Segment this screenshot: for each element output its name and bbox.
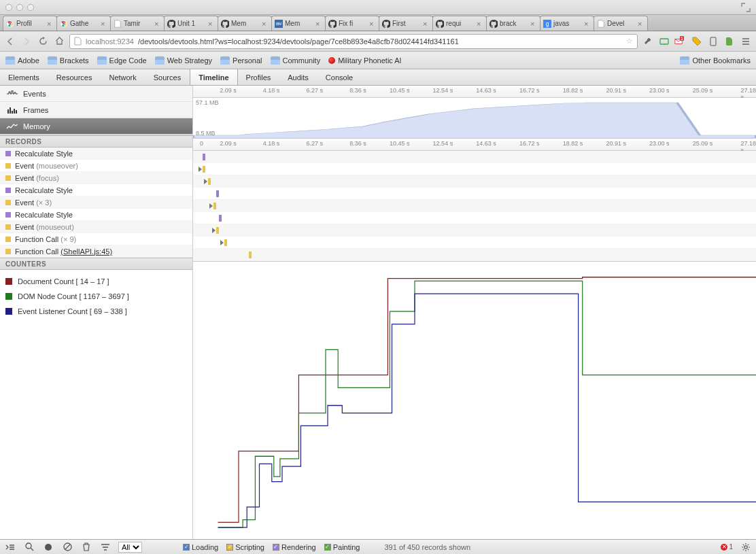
record-row[interactable]: Function Call (× 9)	[0, 233, 192, 245]
record-row[interactable]: Event (mouseout)	[0, 221, 192, 233]
traffic-light-zoom[interactable]	[27, 4, 34, 11]
browser-tab[interactable]: Unit 1×	[164, 16, 218, 31]
expand-triangle-icon[interactable]	[220, 240, 224, 245]
devtools-tab-resources[interactable]: Resources	[48, 69, 101, 85]
record-row[interactable]: Event (mouseover)	[0, 160, 192, 172]
browser-tab[interactable]: Fix fi×	[325, 16, 379, 31]
flame-mark[interactable]	[208, 178, 211, 185]
counter-row[interactable]: Document Count [ 14 – 17 ]	[5, 274, 187, 289]
tab-close-icon[interactable]: ×	[584, 20, 591, 28]
flame-mark[interactable]	[216, 227, 219, 234]
ext-wrench-icon[interactable]	[642, 35, 654, 48]
expand-triangle-icon[interactable]	[212, 228, 216, 233]
flame-mark[interactable]	[224, 239, 227, 246]
ext-tag-icon[interactable]	[691, 35, 703, 48]
tab-close-icon[interactable]: ×	[477, 20, 483, 28]
flame-ruler[interactable]: 02.09 s4.18 s6.27 s8.36 s10.45 s12.54 s1…	[193, 139, 756, 151]
devtools-tab-console[interactable]: Console	[317, 69, 362, 85]
tab-close-icon[interactable]: ×	[154, 20, 161, 28]
tab-close-icon[interactable]: ×	[638, 20, 645, 28]
flame-mark[interactable]	[219, 215, 222, 222]
bookmark-folder[interactable]: Community	[271, 56, 321, 65]
settings-gear-icon[interactable]	[740, 541, 752, 553]
bookmark-folder[interactable]: Edge Code	[97, 56, 147, 65]
expand-triangle-icon[interactable]	[199, 167, 202, 172]
record-row[interactable]: Function Call (ShellAPI.js:45)	[0, 245, 192, 258]
expand-triangle-icon[interactable]	[204, 179, 207, 184]
flame-mark[interactable]	[203, 166, 205, 173]
filter-select[interactable]: All	[118, 542, 142, 553]
error-badge[interactable]: ✕1	[721, 543, 733, 551]
other-bookmarks[interactable]: Other Bookmarks	[680, 56, 751, 65]
devtools-tab-sources[interactable]: Sources	[145, 69, 190, 85]
devtools-tab-audits[interactable]: Audits	[279, 69, 317, 85]
records-list[interactable]: Recalculate StyleEvent (mouseover)Event …	[0, 148, 192, 258]
home-button[interactable]	[53, 35, 65, 48]
browser-tab[interactable]: IBMMem×	[271, 16, 326, 31]
tab-close-icon[interactable]: ×	[369, 20, 376, 28]
tab-close-icon[interactable]: ×	[208, 20, 215, 28]
counter-row[interactable]: DOM Node Count [ 1167 – 3697 ]	[5, 289, 187, 304]
traffic-light-min[interactable]	[16, 4, 23, 11]
browser-tab[interactable]: First×	[379, 16, 433, 31]
tab-close-icon[interactable]: ×	[315, 20, 322, 28]
browser-tab[interactable]: Gathe×	[56, 16, 111, 31]
legend-scripting[interactable]: ✓Scripting	[226, 543, 264, 551]
forward-button[interactable]	[20, 35, 33, 48]
tab-close-icon[interactable]: ×	[101, 20, 107, 28]
bookmark-folder[interactable]: Brackets	[48, 56, 89, 65]
browser-tab[interactable]: requi×	[432, 16, 487, 31]
devtools-tab-timeline[interactable]: Timeline	[190, 69, 237, 85]
legend-painting[interactable]: ✓Painting	[324, 543, 360, 551]
tab-close-icon[interactable]: ×	[530, 20, 537, 28]
tab-close-icon[interactable]: ×	[47, 20, 54, 28]
memory-overview[interactable]: 57.1 MB 8.5 MB	[193, 98, 756, 139]
bookmark-folder[interactable]: Adobe	[5, 56, 39, 65]
devtools-tab-profiles[interactable]: Profiles	[238, 69, 280, 85]
ext-gmail-icon[interactable]: 1	[674, 35, 687, 48]
record-row[interactable]: Recalculate Style	[0, 209, 192, 221]
browser-tab[interactable]: Tamir×	[110, 16, 165, 31]
flame-mark[interactable]	[249, 252, 252, 258]
gc-icon[interactable]	[80, 541, 92, 553]
ext-drive-icon[interactable]	[658, 35, 670, 48]
flame-area[interactable]	[193, 151, 756, 261]
bookmark-item[interactable]: Military Phonetic Al	[328, 56, 401, 65]
reload-button[interactable]	[37, 35, 49, 48]
flame-mark[interactable]	[213, 203, 216, 209]
bookmark-folder[interactable]: Web Strategy	[155, 56, 212, 65]
view-tab-frames[interactable]: Frames	[0, 102, 192, 118]
counter-row[interactable]: Event Listener Count [ 69 – 338 ]	[5, 304, 187, 319]
drawer-toggle-icon[interactable]	[4, 541, 16, 553]
browser-tab[interactable]: gjavas×	[540, 16, 594, 31]
ext-evernote-icon[interactable]	[723, 35, 736, 48]
record-row[interactable]: Event (× 3)	[0, 196, 192, 209]
legend-rendering[interactable]: ✓Rendering	[273, 543, 316, 551]
menu-icon[interactable]	[740, 35, 752, 48]
tab-close-icon[interactable]: ×	[262, 20, 269, 28]
browser-tab[interactable]: Mem×	[218, 16, 272, 31]
bookmark-star-icon[interactable]: ☆	[626, 37, 633, 46]
record-row[interactable]: Recalculate Style	[0, 148, 192, 160]
devtools-tab-network[interactable]: Network	[101, 69, 145, 85]
view-tab-events[interactable]: Events	[0, 86, 192, 102]
expand-triangle-icon[interactable]	[209, 203, 213, 209]
flame-mark[interactable]	[203, 154, 205, 160]
devtools-tab-elements[interactable]: Elements	[0, 69, 48, 85]
browser-tab[interactable]: Devel×	[594, 16, 648, 31]
legend-loading[interactable]: ✓Loading	[183, 543, 218, 551]
tab-close-icon[interactable]: ×	[423, 20, 430, 28]
overview-ruler[interactable]: 2.09 s4.18 s6.27 s8.36 s10.45 s12.54 s14…	[193, 86, 756, 98]
browser-tab[interactable]: Profil×	[3, 16, 57, 31]
bookmark-folder[interactable]: Personal	[220, 56, 262, 65]
ext-phone-icon[interactable]	[707, 35, 719, 48]
clear-icon[interactable]	[61, 541, 73, 553]
filter-icon[interactable]	[99, 541, 111, 553]
record-row[interactable]: Event (focus)	[0, 172, 192, 184]
fullscreen-icon[interactable]	[741, 3, 751, 12]
browser-tab[interactable]: brack×	[486, 16, 540, 31]
record-row[interactable]: Recalculate Style	[0, 184, 192, 196]
back-button[interactable]	[4, 35, 16, 48]
omnibox[interactable]: localhost:9234/devtools/devtools.html?ws…	[69, 34, 638, 49]
search-icon[interactable]	[23, 541, 35, 553]
